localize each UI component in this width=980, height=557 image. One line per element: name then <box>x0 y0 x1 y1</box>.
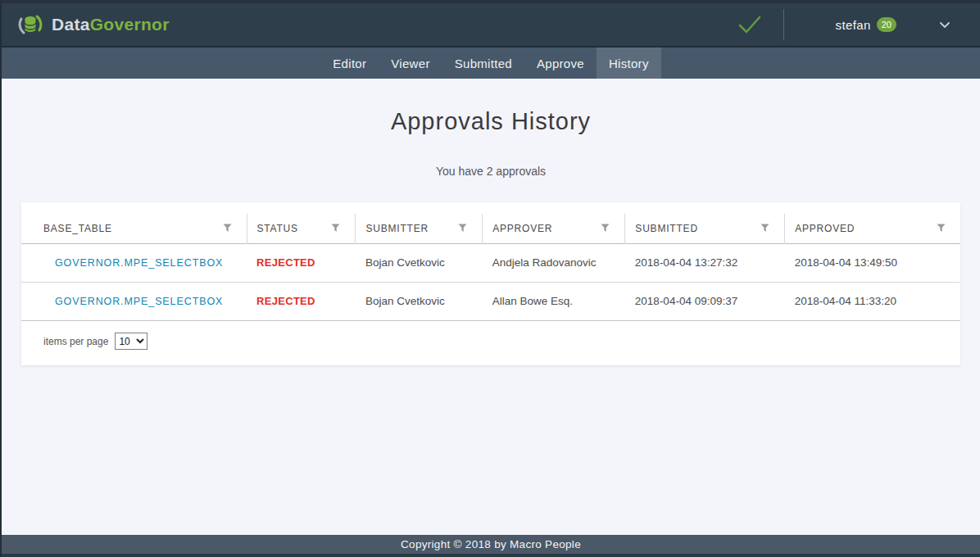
datagovernor-logo-icon <box>16 11 44 38</box>
username-label: stefan <box>835 18 870 32</box>
items-per-page-label: items per page <box>43 336 108 347</box>
table-row: GOVERNOR.MPE_SELECTBOX REJECTED Bojan Cv… <box>21 243 960 282</box>
user-menu[interactable]: stefan 20 <box>835 17 951 32</box>
brand-name-primary: Data <box>52 15 90 34</box>
filter-icon[interactable] <box>223 224 232 233</box>
submitted-cell: 2018-04-04 09:09:37 <box>625 282 785 320</box>
approver-cell: Andjela Radovanovic <box>483 243 625 282</box>
chevron-down-icon[interactable] <box>939 21 951 29</box>
page-subtitle: You have 2 approvals <box>2 165 980 178</box>
base-table-link[interactable]: GOVERNOR.MPE_SELECTBOX <box>55 257 223 269</box>
filter-icon[interactable] <box>331 224 340 233</box>
base-table-link[interactable]: GOVERNOR.MPE_SELECTBOX <box>55 296 223 307</box>
brand-name-secondary: Governor <box>90 15 170 34</box>
filter-icon[interactable] <box>760 224 769 233</box>
column-header-status: STATUS <box>247 214 356 243</box>
user-badge: 20 <box>877 17 896 32</box>
items-per-page-select[interactable]: 10 <box>115 333 147 350</box>
submitter-cell: Bojan Cvetkovic <box>356 282 483 320</box>
column-label: SUBMITTER <box>365 223 429 234</box>
column-header-base-table: BASE_TABLE <box>21 214 247 243</box>
app-footer: Copyright © 2018 by Macro People <box>2 535 980 557</box>
status-badge: REJECTED <box>256 295 315 307</box>
page-title: Approvals History <box>2 108 980 135</box>
approved-cell: 2018-04-04 11:33:20 <box>785 282 960 320</box>
column-header-approver: APPROVER <box>483 214 625 243</box>
tab-viewer[interactable]: Viewer <box>379 48 442 79</box>
approved-cell: 2018-04-04 13:49:50 <box>785 243 960 282</box>
brand-name: DataGovernor <box>52 15 170 34</box>
copyright-text: Copyright © 2018 by Macro People <box>401 538 581 550</box>
pagination-bar: items per page 10 <box>21 321 960 352</box>
column-header-submitted: SUBMITTED <box>625 214 785 243</box>
status-badge: REJECTED <box>256 256 315 269</box>
column-label: BASE_TABLE <box>43 223 112 234</box>
tab-editor[interactable]: Editor <box>320 48 379 79</box>
approvals-table: BASE_TABLE STATUS SUBMITTER APPROVER <box>21 214 960 321</box>
main-nav: Editor Viewer Submitted Approve History <box>2 48 980 79</box>
submitted-cell: 2018-04-04 13:27:32 <box>625 243 785 282</box>
main-content: Approvals History You have 2 approvals B… <box>2 108 980 365</box>
checkmark-icon[interactable] <box>736 11 764 38</box>
table-header-row: BASE_TABLE STATUS SUBMITTER APPROVER <box>21 214 960 243</box>
column-label: APPROVER <box>492 223 552 234</box>
tab-submitted[interactable]: Submitted <box>442 48 524 79</box>
submitter-cell: Bojan Cvetkovic <box>356 243 483 282</box>
app-header: DataGovernor stefan 20 <box>2 3 980 48</box>
filter-icon[interactable] <box>937 224 946 233</box>
column-label: SUBMITTED <box>635 223 698 234</box>
column-header-approved: APPROVED <box>785 214 960 243</box>
approvals-table-card: BASE_TABLE STATUS SUBMITTER APPROVER <box>21 202 960 365</box>
table-row: GOVERNOR.MPE_SELECTBOX REJECTED Bojan Cv… <box>21 282 960 320</box>
header-right-group: stefan 20 <box>736 9 951 40</box>
header-divider <box>783 9 784 40</box>
column-label: STATUS <box>257 223 298 234</box>
tab-history[interactable]: History <box>597 48 661 79</box>
tab-approve[interactable]: Approve <box>524 48 597 79</box>
column-label: APPROVED <box>795 223 855 234</box>
filter-icon[interactable] <box>601 224 610 233</box>
column-header-submitter: SUBMITTER <box>356 214 483 243</box>
filter-icon[interactable] <box>458 224 467 233</box>
approver-cell: Allan Bowe Esq. <box>483 282 625 320</box>
brand-logo-group[interactable]: DataGovernor <box>16 11 170 38</box>
